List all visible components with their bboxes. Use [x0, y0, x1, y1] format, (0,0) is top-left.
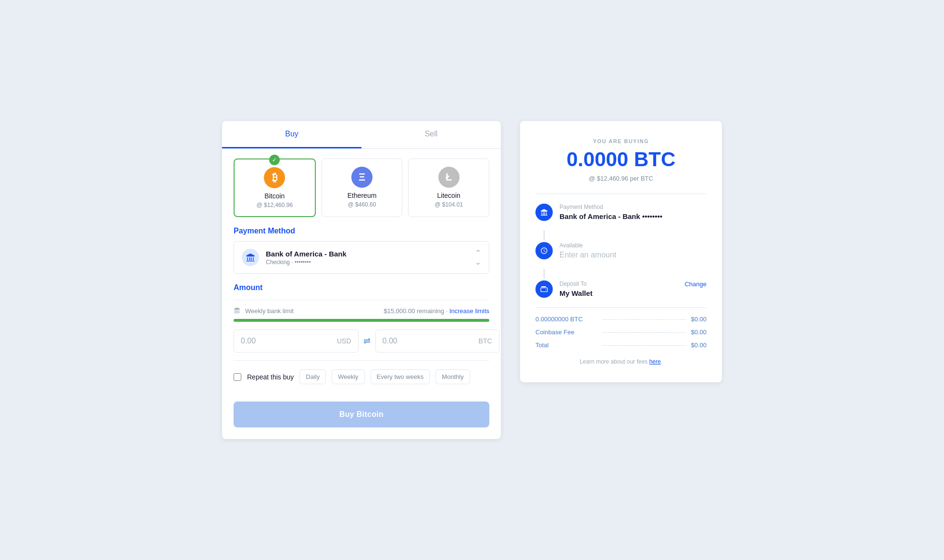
eth-name: Ethereum	[330, 192, 395, 199]
usd-currency: USD	[337, 337, 351, 345]
progress-fill	[234, 319, 489, 322]
receipt-divider-top	[535, 194, 707, 194]
fee-coinbase-amount: $0.00	[691, 329, 707, 336]
fee-row-coinbase: Coinbase Fee $0.00	[535, 329, 707, 336]
bank-icon	[242, 249, 259, 266]
increase-limits-link[interactable]: Increase limits	[449, 307, 489, 315]
crypto-card-eth[interactable]: Ξ Ethereum @ $460.60	[322, 158, 403, 217]
crypto-card-btc[interactable]: ✓ ₿ Bitcoin @ $12,460.96	[234, 158, 316, 217]
freq-btn-daily[interactable]: Daily	[299, 369, 326, 384]
payment-method-section: Bank of America - Bank Checking · ••••••…	[222, 241, 501, 283]
buying-label: YOU ARE BUYING	[535, 138, 707, 144]
fee-btc-name: 0.00000000 BTC	[535, 316, 598, 323]
fees-here-link[interactable]: here	[649, 358, 661, 365]
receipt-wallet-icon	[535, 280, 553, 298]
btc-price: @ $12,460.96	[242, 202, 307, 208]
receipt-available-label: Available	[559, 242, 616, 249]
repeat-divider	[234, 360, 489, 361]
ltc-price: @ $104.01	[416, 201, 481, 208]
eth-icon: Ξ	[351, 167, 373, 188]
tab-sell[interactable]: Sell	[361, 121, 501, 148]
receipt-bank-icon	[535, 204, 553, 221]
fee-dots-2	[603, 332, 686, 333]
dashed-connector-1	[544, 231, 545, 240]
usd-input[interactable]	[241, 337, 337, 345]
limit-row: Weekly bank limit $15,000.00 remaining ·…	[234, 307, 489, 315]
fees-note: Learn more about our fees here.	[535, 358, 707, 365]
tabs: Buy Sell	[222, 121, 501, 149]
amount-inputs: USD ⇌ BTC	[234, 329, 489, 353]
fee-total-name: Total	[535, 341, 598, 349]
right-panel: YOU ARE BUYING 0.0000 BTC @ $12,460.96 p…	[520, 121, 722, 382]
buy-btn-section: Buy Bitcoin	[222, 394, 501, 439]
fee-total-amount: $0.00	[691, 341, 707, 349]
dashed-connector-2	[544, 269, 545, 279]
btc-icon: ₿	[264, 167, 285, 188]
limit-label: Weekly bank limit	[245, 307, 294, 315]
fee-row-total: Total $0.00	[535, 341, 707, 349]
receipt-payment-label: Payment Method	[559, 204, 662, 210]
btc-rate-display: @ $12,460.96 per BTC	[535, 175, 707, 182]
buy-bitcoin-button[interactable]: Buy Bitcoin	[234, 402, 489, 427]
receipt-available-value: Enter an amount	[559, 251, 616, 259]
ltc-icon: Ł	[438, 167, 460, 188]
left-panel: Buy Sell ✓ ₿ Bitcoin @ $12,460.96 Ξ Ethe…	[222, 121, 501, 439]
payment-method-label: Payment Method	[222, 227, 501, 241]
selected-check-icon: ✓	[269, 155, 280, 165]
page-container: Buy Sell ✓ ₿ Bitcoin @ $12,460.96 Ξ Ethe…	[136, 121, 808, 439]
crypto-grid: ✓ ₿ Bitcoin @ $12,460.96 Ξ Ethereum @ $4…	[234, 158, 489, 217]
receipt-deposit-row: Deposit To My Wallet Change	[535, 280, 707, 298]
repeat-checkbox[interactable]	[234, 373, 241, 381]
receipt-deposit-info: Deposit To My Wallet	[559, 280, 593, 297]
receipt-clock-icon	[535, 242, 553, 259]
btc-name: Bitcoin	[242, 192, 307, 200]
receipt-payment-row: Payment Method Bank of America - Bank ••…	[535, 204, 707, 221]
btc-input-box[interactable]: BTC	[375, 329, 499, 353]
crypto-section: ✓ ₿ Bitcoin @ $12,460.96 Ξ Ethereum @ $4…	[222, 149, 501, 227]
receipt-available-info: Available Enter an amount	[559, 242, 616, 259]
receipt-deposit-label: Deposit To	[559, 280, 593, 287]
bank-sub: Checking · ••••••••	[266, 259, 347, 266]
bank-name: Bank of America - Bank	[266, 250, 347, 258]
freq-btn-biweekly[interactable]: Every two weeks	[371, 369, 430, 384]
btc-input[interactable]	[383, 337, 479, 345]
amount-divider	[234, 300, 489, 300]
receipt-payment-info: Payment Method Bank of America - Bank ••…	[559, 204, 662, 220]
receipt-payment-value: Bank of America - Bank ••••••••	[559, 212, 662, 220]
bank-info: Bank of America - Bank Checking · ••••••…	[266, 250, 347, 266]
fee-dots-1	[603, 319, 686, 320]
ltc-name: Litecoin	[416, 192, 481, 199]
repeat-row: Repeat this buy Daily Weekly Every two w…	[234, 367, 489, 384]
fee-table: 0.00000000 BTC $0.00 Coinbase Fee $0.00 …	[535, 307, 707, 349]
crypto-card-ltc[interactable]: Ł Litecoin @ $104.01	[408, 158, 489, 217]
fee-btc-amount: $0.00	[691, 316, 707, 323]
fee-dots-3	[603, 345, 686, 346]
btc-amount-display: 0.0000 BTC	[535, 148, 707, 171]
payment-select[interactable]: Bank of America - Bank Checking · ••••••…	[234, 241, 489, 274]
fee-coinbase-name: Coinbase Fee	[535, 329, 598, 336]
eth-price: @ $460.60	[330, 201, 395, 208]
change-wallet-link[interactable]: Change	[684, 280, 707, 288]
amount-header: Amount	[234, 283, 489, 292]
swap-icon[interactable]: ⇌	[363, 336, 371, 346]
chevron-icon: ⌃⌄	[475, 248, 481, 267]
limit-remaining: $15,000.00 remaining · Increase limits	[384, 307, 489, 315]
receipt-deposit-value: My Wallet	[559, 289, 593, 297]
progress-bar	[234, 319, 489, 322]
btc-currency: BTC	[479, 337, 492, 345]
fee-row-btc: 0.00000000 BTC $0.00	[535, 316, 707, 323]
tab-buy[interactable]: Buy	[222, 121, 361, 148]
receipt-available-row: Available Enter an amount	[535, 242, 707, 259]
limit-bank-icon	[234, 307, 240, 315]
repeat-label: Repeat this buy	[247, 373, 294, 381]
amount-section: Amount Weekly bank limit $15,000.00 rema…	[222, 283, 501, 394]
freq-btn-weekly[interactable]: Weekly	[332, 369, 364, 384]
freq-btn-monthly[interactable]: Monthly	[435, 369, 470, 384]
usd-input-box[interactable]: USD	[234, 329, 359, 353]
